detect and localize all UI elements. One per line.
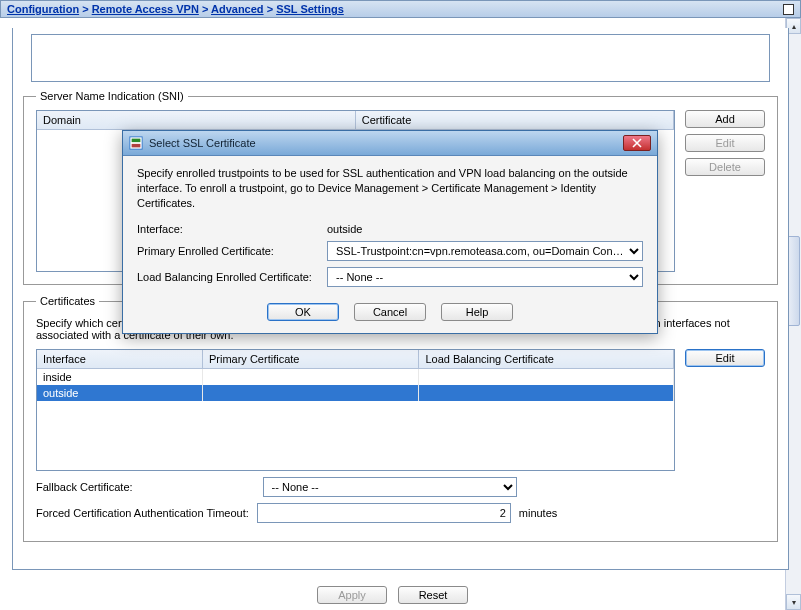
cert-col-interface[interactable]: Interface [37,350,202,369]
sni-legend: Server Name Indication (SNI) [36,90,188,102]
maximize-icon[interactable] [783,4,794,15]
dialog-desc: Specify enrolled trustpoints to be used … [137,166,643,211]
svg-rect-2 [132,144,141,148]
scroll-down-icon[interactable]: ▾ [786,594,801,610]
cell-interface: outside [37,385,202,401]
sni-delete-button[interactable]: Delete [685,158,765,176]
cell-interface: inside [37,369,202,386]
crumb-sep: > [202,3,211,15]
fallback-label: Fallback Certificate: [36,481,133,493]
certificates-edit-button[interactable]: Edit [685,349,765,367]
cert-col-primary[interactable]: Primary Certificate [202,350,418,369]
timeout-label: Forced Certification Authentication Time… [36,507,249,519]
dialog-lb-select[interactable]: -- None -- [327,267,643,287]
crumb-advanced[interactable]: Advanced [211,3,264,15]
sni-add-button[interactable]: Add [685,110,765,128]
breadcrumb-links: Configuration > Remote Access VPN > Adva… [7,3,344,15]
svg-rect-1 [132,139,141,143]
cell-lb [419,385,674,401]
cell-primary [202,385,418,401]
upper-textbox[interactable] [31,34,770,82]
crumb-configuration[interactable]: Configuration [7,3,79,15]
certificates-table[interactable]: Interface Primary Certificate Load Balan… [36,349,675,471]
apply-button[interactable]: Apply [317,586,387,604]
reset-button[interactable]: Reset [398,586,468,604]
crumb-sep: > [82,3,91,15]
sni-col-certificate[interactable]: Certificate [355,111,673,130]
sni-col-domain[interactable]: Domain [37,111,355,130]
dialog-cancel-button[interactable]: Cancel [354,303,426,321]
timeout-input[interactable] [257,503,511,523]
crumb-remote-access-vpn[interactable]: Remote Access VPN [92,3,199,15]
close-button[interactable] [623,135,651,151]
dialog-ok-button[interactable]: OK [267,303,339,321]
crumb-sep: > [267,3,276,15]
breadcrumb: Configuration > Remote Access VPN > Adva… [0,0,801,18]
close-icon [632,138,642,148]
timeout-unit: minutes [519,507,558,519]
dialog-lb-label: Load Balancing Enrolled Certificate: [137,271,327,283]
crumb-ssl-settings[interactable]: SSL Settings [276,3,344,15]
dialog-help-button[interactable]: Help [441,303,513,321]
fallback-select[interactable]: -- None -- [263,477,517,497]
dialog-interface-value: outside [327,223,643,235]
dialog-interface-label: Interface: [137,223,327,235]
dialog-titlebar[interactable]: Select SSL Certificate [123,131,657,156]
dialog-primary-select[interactable]: SSL-Trustpoint:cn=vpn.remoteasa.com, ou=… [327,241,643,261]
table-row[interactable]: inside [37,369,674,386]
dialog-title: Select SSL Certificate [149,137,617,149]
cell-primary [202,369,418,386]
cert-col-lb[interactable]: Load Balancing Certificate [419,350,674,369]
app-icon [129,136,143,150]
footer-buttons: Apply Reset [0,576,785,610]
dialog-body: Specify enrolled trustpoints to be used … [123,156,657,333]
select-ssl-certificate-dialog: Select SSL Certificate Specify enrolled … [122,130,658,334]
certificates-legend: Certificates [36,295,99,307]
cell-lb [419,369,674,386]
dialog-buttons: OK Cancel Help [137,293,643,333]
dialog-primary-label: Primary Enrolled Certificate: [137,245,327,257]
table-row-selected[interactable]: outside [37,385,674,401]
sni-edit-button[interactable]: Edit [685,134,765,152]
